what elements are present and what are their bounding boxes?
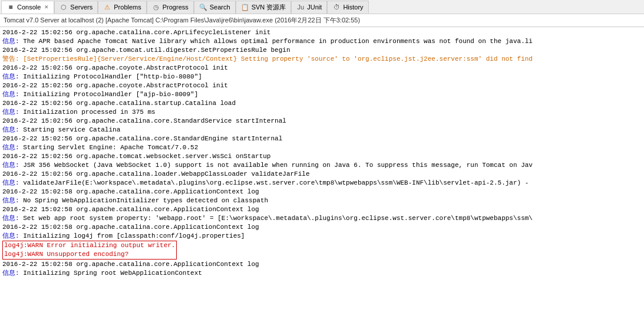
info-line: 信息: Starting service Catalina (2, 126, 642, 134)
tab-problems-label: Problems (114, 4, 141, 11)
tab-bar: ■ Console ✕ ⬡ Servers ⚠ Problems ◷ Progr… (0, 0, 644, 14)
console-icon: ■ (6, 3, 15, 11)
info-line: 信息: validateJarFile(E:\workspace\.metada… (2, 179, 642, 188)
info-line: 信息: JSR 356 WebSocket (Java WebSocket 1.… (2, 161, 642, 170)
log-line: 2016-2-22 15:02:58 org.apache.catalina.c… (2, 205, 642, 214)
server-title-text: Tomcat v7.0 Server at localhost (2) [Apa… (4, 17, 360, 24)
log-line: 2016-2-22 15:02:56 org.apache.tomcat.uti… (2, 46, 642, 55)
tab-junit-label: JUnit (307, 4, 322, 11)
tab-console-label: Console (17, 4, 41, 11)
info-line: 信息: The APR based Apache Tomcat Native l… (2, 37, 642, 46)
tab-junit[interactable]: Ju JUnit (291, 1, 327, 14)
info-line: 信息: Initialization processed in 375 ms (2, 108, 642, 117)
history-icon: ⏱ (332, 3, 341, 11)
log-line: 2016-2-22 15:02:56 org.apache.catalina.l… (2, 170, 642, 179)
search-icon: 🔍 (199, 3, 207, 11)
log-line: 2016-2-22 15:02:56 org.apache.catalina.s… (2, 99, 642, 108)
tab-problems[interactable]: ⚠ Problems (98, 1, 146, 14)
tab-search-label: Search (210, 4, 230, 11)
info-line: 信息: Initializing ProtocolHandler ["http-… (2, 73, 642, 81)
log-line: 2016-2-22 15:02:56 org.apache.coyote.Abs… (2, 81, 642, 90)
problems-icon: ⚠ (103, 3, 111, 11)
warn-box-line: log4j:WARN Unsupported encoding? (4, 250, 175, 259)
log-line: 2016-2-22 15:02:56 org.apache.coyote.Abs… (2, 64, 642, 73)
tab-svn[interactable]: 📋 SVN 资源库 (236, 1, 292, 14)
log-line: 2016-2-22 15:02:58 org.apache.catalina.c… (2, 260, 642, 269)
tab-progress-label: Progress (163, 4, 189, 11)
tab-progress[interactable]: ◷ Progress (147, 1, 194, 14)
tab-history-label: History (343, 4, 363, 11)
log-line: 2016-2-22 15:02:58 org.apache.catalina.c… (2, 188, 642, 196)
tab-servers-label: Servers (70, 4, 93, 11)
tab-svn-label: SVN 资源库 (252, 3, 286, 12)
tab-servers[interactable]: ⬡ Servers (54, 1, 98, 14)
info-line: 信息: Starting Servlet Engine: Apache Tomc… (2, 143, 642, 152)
info-line: 信息: Initializing log4j from [classpath:c… (2, 232, 642, 241)
info-line: 信息: Initializing ProtocolHandler ["ajp-b… (2, 90, 642, 99)
warn-box-container: log4j:WARN Error initializing output wri… (2, 241, 177, 260)
servers-icon: ⬡ (60, 3, 68, 11)
log-line: 2016-2-22 15:02:56 org.apache.catalina.c… (2, 117, 642, 126)
tab-search[interactable]: 🔍 Search (194, 1, 236, 14)
log-line: 2016-2-22 15:02:56 org.apache.catalina.c… (2, 28, 642, 37)
warn-line: 警告: [SetPropertiesRule]{Server/Service/E… (2, 55, 642, 64)
info-line: 信息: Set web app root system property: 'w… (2, 214, 642, 223)
progress-icon: ◷ (152, 3, 160, 11)
log-line: 2016-2-22 15:02:56 org.apache.catalina.c… (2, 134, 642, 143)
tab-console[interactable]: ■ Console ✕ (1, 1, 54, 14)
console-output[interactable]: 2016-2-22 15:02:56 org.apache.catalina.c… (0, 27, 644, 325)
warn-box-line: log4j:WARN Error initializing output wri… (4, 241, 175, 250)
tab-history[interactable]: ⏱ History (327, 1, 368, 14)
info-line: 信息: No Spring WebApplicationInitializer … (2, 196, 642, 205)
junit-icon: Ju (296, 3, 305, 11)
svn-icon: 📋 (241, 3, 249, 11)
info-line: 信息: Initializing Spring root WebApplicat… (2, 269, 642, 278)
log-line: 2016-2-22 15:02:58 org.apache.catalina.c… (2, 223, 642, 232)
log-line: 2016-2-22 15:02:56 org.apache.tomcat.web… (2, 152, 642, 161)
server-title: Tomcat v7.0 Server at localhost (2) [Apa… (0, 14, 644, 27)
close-console-icon[interactable]: ✕ (44, 4, 49, 10)
